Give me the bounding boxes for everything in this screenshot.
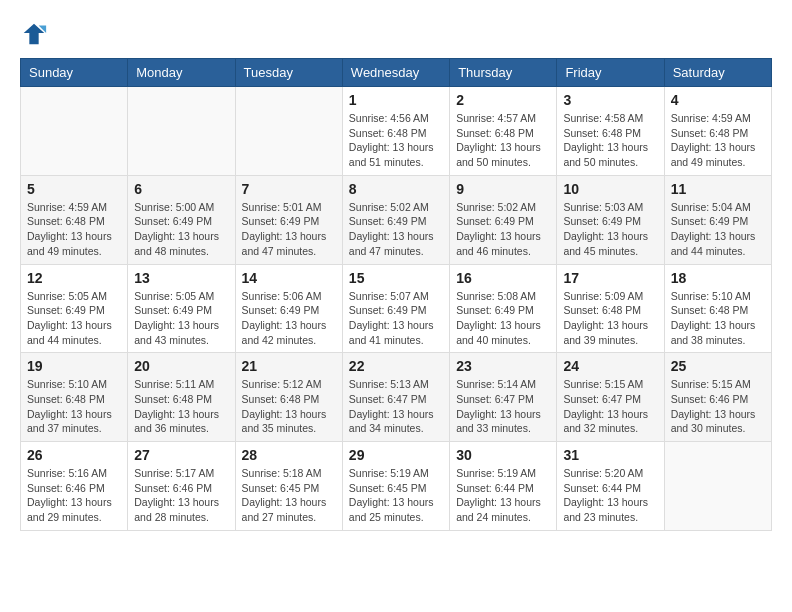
day-info: Sunrise: 5:01 AM Sunset: 6:49 PM Dayligh… <box>242 200 336 259</box>
day-number: 7 <box>242 181 336 197</box>
logo-icon <box>20 20 48 48</box>
day-number: 26 <box>27 447 121 463</box>
week-row-1: 1Sunrise: 4:56 AM Sunset: 6:48 PM Daylig… <box>21 87 772 176</box>
calendar-cell: 25Sunrise: 5:15 AM Sunset: 6:46 PM Dayli… <box>664 353 771 442</box>
week-row-4: 19Sunrise: 5:10 AM Sunset: 6:48 PM Dayli… <box>21 353 772 442</box>
day-number: 19 <box>27 358 121 374</box>
day-number: 29 <box>349 447 443 463</box>
day-info: Sunrise: 4:59 AM Sunset: 6:48 PM Dayligh… <box>671 111 765 170</box>
day-number: 28 <box>242 447 336 463</box>
calendar-cell: 24Sunrise: 5:15 AM Sunset: 6:47 PM Dayli… <box>557 353 664 442</box>
day-info: Sunrise: 5:05 AM Sunset: 6:49 PM Dayligh… <box>134 289 228 348</box>
calendar-cell: 19Sunrise: 5:10 AM Sunset: 6:48 PM Dayli… <box>21 353 128 442</box>
calendar-cell: 6Sunrise: 5:00 AM Sunset: 6:49 PM Daylig… <box>128 175 235 264</box>
day-info: Sunrise: 5:07 AM Sunset: 6:49 PM Dayligh… <box>349 289 443 348</box>
calendar-cell: 23Sunrise: 5:14 AM Sunset: 6:47 PM Dayli… <box>450 353 557 442</box>
calendar-cell: 26Sunrise: 5:16 AM Sunset: 6:46 PM Dayli… <box>21 442 128 531</box>
calendar-cell: 18Sunrise: 5:10 AM Sunset: 6:48 PM Dayli… <box>664 264 771 353</box>
calendar-cell <box>235 87 342 176</box>
day-header-sunday: Sunday <box>21 59 128 87</box>
day-number: 1 <box>349 92 443 108</box>
calendar-cell: 16Sunrise: 5:08 AM Sunset: 6:49 PM Dayli… <box>450 264 557 353</box>
calendar-cell: 28Sunrise: 5:18 AM Sunset: 6:45 PM Dayli… <box>235 442 342 531</box>
day-number: 18 <box>671 270 765 286</box>
day-number: 23 <box>456 358 550 374</box>
calendar-cell: 3Sunrise: 4:58 AM Sunset: 6:48 PM Daylig… <box>557 87 664 176</box>
calendar-table: SundayMondayTuesdayWednesdayThursdayFrid… <box>20 58 772 531</box>
page-header <box>20 20 772 48</box>
day-number: 20 <box>134 358 228 374</box>
calendar-cell <box>128 87 235 176</box>
day-info: Sunrise: 5:02 AM Sunset: 6:49 PM Dayligh… <box>456 200 550 259</box>
day-header-friday: Friday <box>557 59 664 87</box>
calendar-cell: 20Sunrise: 5:11 AM Sunset: 6:48 PM Dayli… <box>128 353 235 442</box>
day-number: 6 <box>134 181 228 197</box>
calendar-cell: 15Sunrise: 5:07 AM Sunset: 6:49 PM Dayli… <box>342 264 449 353</box>
day-number: 25 <box>671 358 765 374</box>
day-number: 12 <box>27 270 121 286</box>
day-number: 10 <box>563 181 657 197</box>
day-info: Sunrise: 4:59 AM Sunset: 6:48 PM Dayligh… <box>27 200 121 259</box>
calendar-cell: 27Sunrise: 5:17 AM Sunset: 6:46 PM Dayli… <box>128 442 235 531</box>
calendar-cell: 5Sunrise: 4:59 AM Sunset: 6:48 PM Daylig… <box>21 175 128 264</box>
day-number: 27 <box>134 447 228 463</box>
day-number: 11 <box>671 181 765 197</box>
calendar-cell: 7Sunrise: 5:01 AM Sunset: 6:49 PM Daylig… <box>235 175 342 264</box>
day-number: 3 <box>563 92 657 108</box>
calendar-cell: 9Sunrise: 5:02 AM Sunset: 6:49 PM Daylig… <box>450 175 557 264</box>
day-info: Sunrise: 4:56 AM Sunset: 6:48 PM Dayligh… <box>349 111 443 170</box>
day-number: 4 <box>671 92 765 108</box>
day-info: Sunrise: 5:20 AM Sunset: 6:44 PM Dayligh… <box>563 466 657 525</box>
day-info: Sunrise: 5:13 AM Sunset: 6:47 PM Dayligh… <box>349 377 443 436</box>
day-info: Sunrise: 5:06 AM Sunset: 6:49 PM Dayligh… <box>242 289 336 348</box>
day-header-monday: Monday <box>128 59 235 87</box>
day-info: Sunrise: 5:11 AM Sunset: 6:48 PM Dayligh… <box>134 377 228 436</box>
week-row-3: 12Sunrise: 5:05 AM Sunset: 6:49 PM Dayli… <box>21 264 772 353</box>
day-number: 31 <box>563 447 657 463</box>
calendar-cell: 30Sunrise: 5:19 AM Sunset: 6:44 PM Dayli… <box>450 442 557 531</box>
day-info: Sunrise: 5:18 AM Sunset: 6:45 PM Dayligh… <box>242 466 336 525</box>
calendar-cell: 22Sunrise: 5:13 AM Sunset: 6:47 PM Dayli… <box>342 353 449 442</box>
calendar-cell <box>664 442 771 531</box>
calendar-cell: 21Sunrise: 5:12 AM Sunset: 6:48 PM Dayli… <box>235 353 342 442</box>
day-info: Sunrise: 4:58 AM Sunset: 6:48 PM Dayligh… <box>563 111 657 170</box>
calendar-cell: 10Sunrise: 5:03 AM Sunset: 6:49 PM Dayli… <box>557 175 664 264</box>
calendar-cell: 8Sunrise: 5:02 AM Sunset: 6:49 PM Daylig… <box>342 175 449 264</box>
day-info: Sunrise: 5:04 AM Sunset: 6:49 PM Dayligh… <box>671 200 765 259</box>
day-info: Sunrise: 5:12 AM Sunset: 6:48 PM Dayligh… <box>242 377 336 436</box>
day-info: Sunrise: 5:15 AM Sunset: 6:47 PM Dayligh… <box>563 377 657 436</box>
calendar-cell <box>21 87 128 176</box>
calendar-cell: 12Sunrise: 5:05 AM Sunset: 6:49 PM Dayli… <box>21 264 128 353</box>
day-header-tuesday: Tuesday <box>235 59 342 87</box>
day-info: Sunrise: 5:19 AM Sunset: 6:45 PM Dayligh… <box>349 466 443 525</box>
day-number: 13 <box>134 270 228 286</box>
day-number: 16 <box>456 270 550 286</box>
day-header-saturday: Saturday <box>664 59 771 87</box>
day-number: 9 <box>456 181 550 197</box>
day-number: 14 <box>242 270 336 286</box>
day-number: 8 <box>349 181 443 197</box>
day-header-thursday: Thursday <box>450 59 557 87</box>
day-info: Sunrise: 5:16 AM Sunset: 6:46 PM Dayligh… <box>27 466 121 525</box>
day-number: 22 <box>349 358 443 374</box>
calendar-body: 1Sunrise: 4:56 AM Sunset: 6:48 PM Daylig… <box>21 87 772 531</box>
calendar-cell: 17Sunrise: 5:09 AM Sunset: 6:48 PM Dayli… <box>557 264 664 353</box>
calendar-cell: 14Sunrise: 5:06 AM Sunset: 6:49 PM Dayli… <box>235 264 342 353</box>
day-info: Sunrise: 5:00 AM Sunset: 6:49 PM Dayligh… <box>134 200 228 259</box>
day-number: 5 <box>27 181 121 197</box>
calendar-cell: 13Sunrise: 5:05 AM Sunset: 6:49 PM Dayli… <box>128 264 235 353</box>
day-info: Sunrise: 5:19 AM Sunset: 6:44 PM Dayligh… <box>456 466 550 525</box>
calendar-cell: 4Sunrise: 4:59 AM Sunset: 6:48 PM Daylig… <box>664 87 771 176</box>
day-number: 17 <box>563 270 657 286</box>
day-number: 30 <box>456 447 550 463</box>
day-info: Sunrise: 5:03 AM Sunset: 6:49 PM Dayligh… <box>563 200 657 259</box>
week-row-5: 26Sunrise: 5:16 AM Sunset: 6:46 PM Dayli… <box>21 442 772 531</box>
day-info: Sunrise: 5:05 AM Sunset: 6:49 PM Dayligh… <box>27 289 121 348</box>
day-number: 21 <box>242 358 336 374</box>
day-info: Sunrise: 5:09 AM Sunset: 6:48 PM Dayligh… <box>563 289 657 348</box>
logo <box>20 20 52 48</box>
calendar-cell: 11Sunrise: 5:04 AM Sunset: 6:49 PM Dayli… <box>664 175 771 264</box>
day-info: Sunrise: 5:17 AM Sunset: 6:46 PM Dayligh… <box>134 466 228 525</box>
day-info: Sunrise: 5:14 AM Sunset: 6:47 PM Dayligh… <box>456 377 550 436</box>
calendar-header-row: SundayMondayTuesdayWednesdayThursdayFrid… <box>21 59 772 87</box>
